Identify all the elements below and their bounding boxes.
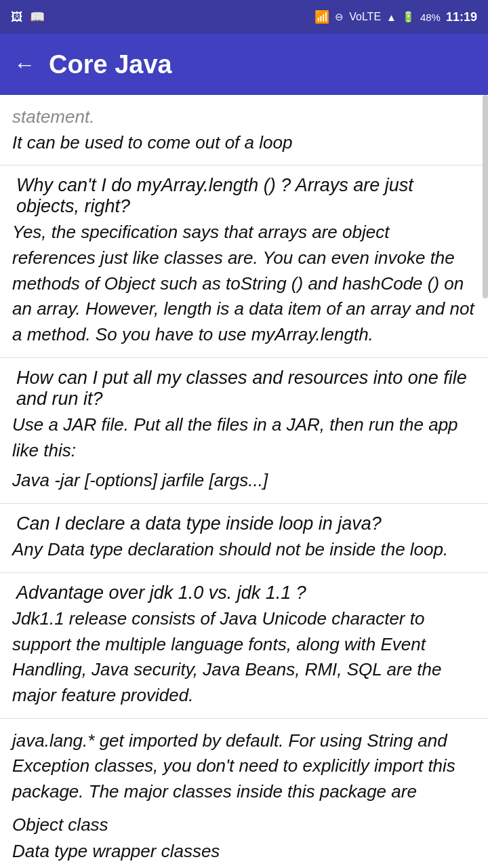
app-icon: 📖 (30, 9, 45, 24)
jar-question: How can I put all my classes and resourc… (12, 368, 476, 410)
jar-answer: Use a JAR file. Put all the files in a J… (12, 412, 476, 463)
javalang-text: java.lang.* get imported by default. For… (12, 728, 476, 805)
block-icon: ⊖ (335, 11, 344, 23)
status-bar: 🖼 📖 📶 ⊖ VoLTE ▲ 🔋 48% 11:19 (0, 0, 488, 34)
section-jdk: Advantage over jdk 1.0 vs. jdk 1.1 ? Jdk… (0, 573, 488, 719)
list-item-1: Data type wrapper classes (12, 838, 476, 865)
signal-icon: ▲ (386, 12, 396, 23)
page-title: Core Java (49, 50, 172, 79)
section-jar: How can I put all my classes and resourc… (0, 358, 488, 504)
array-length-question: Why can't I do myArray.length () ? Array… (12, 175, 476, 217)
scrollbar[interactable] (483, 95, 488, 298)
datatype-question: Can I declare a data type inside loop in… (12, 513, 476, 534)
status-bar-left-icons: 🖼 📖 (11, 9, 45, 24)
battery-icon: 🔋 (402, 11, 415, 23)
section-datatype: Can I declare a data type inside loop in… (0, 504, 488, 573)
battery-percent: 48% (420, 12, 441, 23)
datatype-answer: Any Data type declaration should not be … (12, 537, 476, 563)
jdk-question: Advantage over jdk 1.0 vs. jdk 1.1 ? (12, 583, 476, 604)
list-item-2: Math class (12, 865, 476, 868)
content-area: statement. It can be used to come out of… (0, 95, 488, 868)
back-button[interactable]: ← (14, 52, 35, 77)
statement-text: statement. It can be used to come out of… (12, 104, 476, 155)
section-javalang: java.lang.* get imported by default. For… (0, 719, 488, 868)
time-display: 11:19 (446, 10, 477, 24)
statement-line2: It can be used to come out of a loop (12, 132, 292, 153)
status-icons: 📶 ⊖ VoLTE ▲ 🔋 48% 11:19 (314, 9, 477, 24)
jar-code: Java -jar [-options] jarfile [args...] (12, 470, 476, 491)
statement-line1: statement. (12, 106, 94, 127)
jdk-answer: Jdk1.1 release consists of Java Unicode … (12, 606, 476, 709)
section-array-length: Why can't I do myArray.length () ? Array… (0, 165, 488, 357)
list-item-0: Object class (12, 812, 476, 838)
section-statement: statement. It can be used to come out of… (0, 95, 488, 165)
bluetooth-icon: 📶 (314, 9, 329, 24)
volte-label: VoLTE (349, 11, 381, 23)
image-icon: 🖼 (11, 10, 23, 24)
array-length-answer: Yes, the specification says that arrays … (12, 220, 476, 347)
javalang-list: Object class Data type wrapper classes M… (12, 812, 476, 868)
app-bar: ← Core Java (0, 34, 488, 95)
